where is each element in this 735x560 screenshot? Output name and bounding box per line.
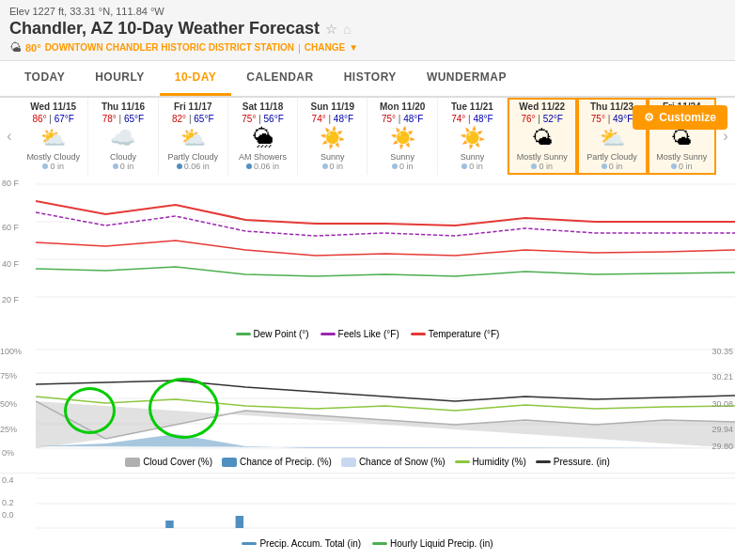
day-temps-0: 86° | 67°F [21,114,86,124]
day-desc-8: Partly Cloudy [579,152,644,162]
precip-legend-color [242,542,257,545]
elevation: Elev 1227 ft, 33.31 °N, 111.84 °W [9,6,726,17]
legend2-color [536,460,551,463]
customize-button[interactable]: ⚙ Customize [633,105,727,130]
precip-legend-item: Hourly Liquid Precip. (in) [372,538,493,549]
day-icon-2: ⛅ [161,126,226,150]
day-icon-5: ☀️ [369,126,434,150]
precip-value-1: 0 in [120,162,134,171]
day-precip-6: 0 in [440,162,505,171]
pressure-label-3: 30.08 [712,399,733,409]
day-col-1[interactable]: Thu 11/16 78° | 65°F ☁️ Cloudy 0 in [88,98,158,175]
rain-dot [246,163,252,169]
day-col-7[interactable]: Wed 11/22 76° | 52°F 🌤 Mostly Sunny 0 in [508,98,577,175]
y-label-40: 40 F [2,259,19,269]
forecast-area: ⚙ Customize ‹ Wed 11/15 86° | 67°F ⛅ Mos… [0,98,735,175]
legend2-label: Chance of Snow (%) [359,457,446,467]
day-precip-0: 0 in [21,162,86,171]
day-icon-3: 🌦 [230,126,295,150]
day-col-6[interactable]: Tue 11/21 74° | 48°F ☀️ Sunny 0 in [438,98,508,175]
day-col-4[interactable]: Sun 11/19 74° | 48°F ☀️ Sunny 0 in [298,98,368,175]
pressure-label-high: 30.35 [712,347,733,356]
pct-chart-wrapper: 100% 75% 50% 25% 0% 30.35 30.21 30.08 29… [0,345,735,471]
no-rain-dot [602,163,607,169]
day-icon-0: ⛅ [21,126,86,150]
day-temps-7: 76° | 52°F [509,114,574,124]
precip-value-9: 0 in [679,162,693,171]
precip-value-6: 0 in [469,162,483,171]
no-rain-dot [322,163,328,169]
precip-chart-wrapper: 0.4 0.2 0.0 Precip. Accum. Total (in)Hou… [0,473,735,552]
day-desc-4: Sunny [300,152,365,162]
chart2-legend: Cloud Cover (%)Chance of Precip. (%)Chan… [0,453,735,471]
day-precip-9: 0 in [649,162,714,171]
prev-arrow[interactable]: ‹ [0,98,19,175]
legend-label: Temperature (°F) [429,329,500,339]
day-icon-6: ☀️ [440,126,505,150]
station-name: DOWNTOWN CHANDLER HISTORIC DISTRICT STAT… [45,42,294,53]
legend2-item: Humidity (%) [455,457,526,467]
tab-calendar[interactable]: CALENDAR [231,61,328,96]
temperature-chart [36,175,735,325]
day-desc-5: Sunny [369,152,434,162]
legend-item: Feels Like (°F) [321,329,399,339]
legend-color [236,333,251,335]
day-icon-7: 🌤 [509,126,574,150]
tab-history[interactable]: HISTORY [329,61,412,96]
day-date-0: Wed 11/15 [21,101,86,112]
legend-color [321,333,336,335]
day-col-2[interactable]: Fri 11/17 82° | 65°F ⛅ Partly Cloudy 0.0… [159,98,228,175]
star-icon[interactable]: ☆ [325,22,337,37]
day-desc-3: AM Showers [230,152,295,162]
legend2-label: Cloud Cover (%) [143,457,212,467]
precip-legend: Precip. Accum. Total (in)Hourly Liquid P… [0,535,735,552]
tab-wundermap[interactable]: WUNDERMAP [412,61,522,96]
day-date-4: Sun 11/19 [300,101,365,112]
legend2-label: Humidity (%) [473,457,526,467]
days-container: Wed 11/15 86° | 67°F ⛅ Mostly Cloudy 0 i… [19,98,716,175]
rain-dot [177,163,182,169]
day-desc-1: Cloudy [90,152,155,162]
no-rain-dot [42,163,48,169]
y-pct-0: 0% [2,448,14,458]
day-date-6: Tue 11/21 [440,101,505,112]
chevron-down-icon[interactable]: ▼ [349,42,358,53]
tab-today[interactable]: TODAY [9,61,80,96]
legend2-item: Cloud Cover (%) [125,457,212,467]
separator: | [298,42,301,54]
tab-10day[interactable]: 10-DAY [160,61,232,96]
legend-label: Dew Point (°) [254,329,309,339]
day-desc-0: Mostly Cloudy [21,152,86,162]
station-change-button[interactable]: CHANGE [305,42,345,53]
legend-item: Dew Point (°) [236,329,309,339]
day-precip-2: 0.06 in [161,162,226,171]
chart-legend: Dew Point (°)Feels Like (°F)Temperature … [0,325,735,343]
tab-hourly[interactable]: HOURLY [80,61,160,96]
precip-legend-label: Precip. Accum. Total (in) [259,538,361,549]
legend2-item: Chance of Snow (%) [341,457,446,467]
legend2-label: Pressure. (in) [554,457,610,467]
precip-value-0: 0 in [50,162,64,171]
precip-legend-color [372,542,387,545]
day-desc-2: Partly Cloudy [161,152,226,162]
home-icon[interactable]: ⌂ [343,22,351,37]
legend2-color [341,458,356,467]
no-rain-dot [113,163,118,169]
precip-y-02: 0.2 [2,498,14,507]
legend-item: Temperature (°F) [411,329,500,339]
day-col-0[interactable]: Wed 11/15 86° | 67°F ⛅ Mostly Cloudy 0 i… [19,98,88,175]
day-col-3[interactable]: Sat 11/18 75° | 56°F 🌦 AM Showers 0.06 i… [228,98,298,175]
svg-rect-16 [236,516,244,528]
day-temps-3: 75° | 56°F [230,114,295,124]
legend2-item: Chance of Precip. (%) [222,457,332,467]
precip-y-04: 0.4 [2,475,14,485]
day-temps-2: 82° | 65°F [161,114,226,124]
precip-value-3: 0.06 in [254,162,279,171]
legend-label: Feels Like (°F) [338,329,399,339]
legend2-label: Chance of Precip. (%) [240,457,332,467]
day-col-5[interactable]: Mon 11/20 75° | 48°F ☀️ Sunny 0 in [368,98,437,175]
legend2-item: Pressure. (in) [536,457,610,467]
y-label-60: 60 F [2,223,19,232]
no-rain-dot [392,163,398,169]
gear-icon: ⚙ [644,111,654,124]
